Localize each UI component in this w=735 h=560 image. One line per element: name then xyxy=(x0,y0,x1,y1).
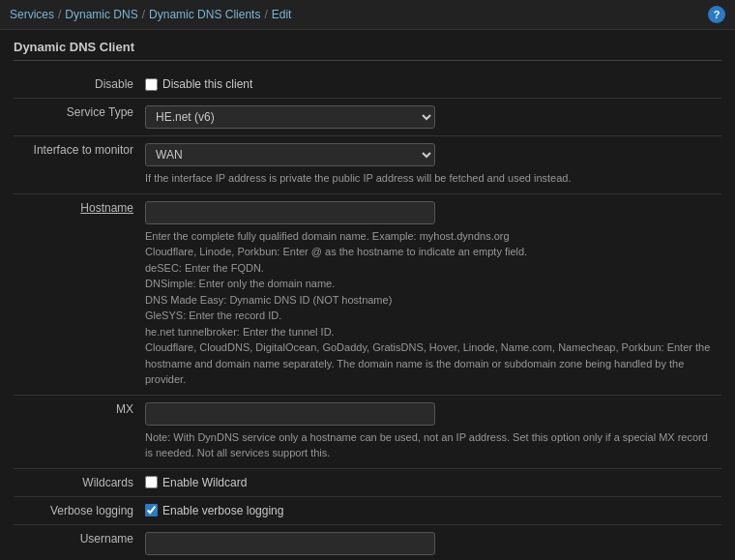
interface-label: Interface to monitor xyxy=(14,136,139,194)
wildcards-label: Wildcards xyxy=(14,468,139,496)
hostname-label: Hostname xyxy=(14,193,139,395)
help-icon[interactable]: ? xyxy=(708,6,725,23)
mx-row: MX Note: With DynDNS service only a host… xyxy=(14,395,721,468)
interface-row: Interface to monitor WAN If the interfac… xyxy=(14,136,721,194)
verbose-logging-checkbox-label[interactable]: Enable verbose logging xyxy=(145,504,716,517)
interface-value-cell: WAN If the interface IP address is priva… xyxy=(139,136,721,194)
verbose-logging-value-cell: Enable verbose logging xyxy=(139,496,721,524)
username-value-cell: Username is required for all providers e… xyxy=(139,524,721,560)
hostname-value-cell: Enter the complete fully qualified domai… xyxy=(139,193,721,395)
hostname-description: Enter the complete fully qualified domai… xyxy=(145,228,716,388)
interface-note: If the interface IP address is private t… xyxy=(145,170,716,187)
sep1: / xyxy=(58,8,61,21)
service-type-row: Service Type HE.net (v6) xyxy=(14,99,721,136)
sep3: / xyxy=(264,8,267,21)
form-table: Disable Disable this client Service Type… xyxy=(14,71,721,560)
verbose-logging-checkbox-text: Enable verbose logging xyxy=(162,504,283,517)
panel-title: Dynamic DNS Client xyxy=(14,40,721,61)
disable-value-cell: Disable this client xyxy=(139,71,721,99)
breadcrumb-dynamic-dns-clients[interactable]: Dynamic DNS Clients xyxy=(149,8,260,21)
interface-select[interactable]: WAN xyxy=(145,143,435,166)
verbose-logging-checkbox[interactable] xyxy=(145,504,158,516)
username-label: Username xyxy=(14,524,139,560)
wildcards-checkbox[interactable] xyxy=(145,476,158,488)
wildcards-value-cell: Enable Wildcard xyxy=(139,468,721,496)
disable-checkbox[interactable] xyxy=(145,78,158,91)
mx-label: MX xyxy=(14,395,139,468)
mx-input[interactable] xyxy=(145,402,435,426)
disable-label: Disable xyxy=(14,71,139,99)
page-content: Dynamic DNS Client Disable Disable this … xyxy=(0,30,735,560)
username-row: Username Username is required for all pr… xyxy=(14,524,721,560)
breadcrumb: Services / Dynamic DNS / Dynamic DNS Cli… xyxy=(10,8,291,21)
sep2: / xyxy=(142,8,145,21)
topbar: Services / Dynamic DNS / Dynamic DNS Cli… xyxy=(0,0,735,30)
verbose-logging-label: Verbose logging xyxy=(14,496,139,524)
mx-note: Note: With DynDNS service only a hostnam… xyxy=(145,429,716,461)
verbose-logging-row: Verbose logging Enable verbose logging xyxy=(14,496,721,524)
hostname-input[interactable] xyxy=(145,201,435,224)
hostname-row: Hostname Enter the complete fully qualif… xyxy=(14,193,721,395)
disable-checkbox-text: Disable this client xyxy=(162,77,252,91)
breadcrumb-edit: Edit xyxy=(272,8,292,21)
disable-row: Disable Disable this client xyxy=(14,71,721,99)
wildcards-row: Wildcards Enable Wildcard xyxy=(14,468,721,496)
disable-checkbox-label[interactable]: Disable this client xyxy=(145,77,716,91)
service-type-value-cell: HE.net (v6) xyxy=(139,99,721,136)
username-input[interactable] xyxy=(145,532,435,555)
wildcards-checkbox-label[interactable]: Enable Wildcard xyxy=(145,476,716,489)
service-type-label: Service Type xyxy=(14,99,139,136)
service-type-select[interactable]: HE.net (v6) xyxy=(145,105,435,129)
breadcrumb-dynamic-dns[interactable]: Dynamic DNS xyxy=(65,8,137,21)
breadcrumb-services[interactable]: Services xyxy=(10,8,54,21)
wildcards-checkbox-text: Enable Wildcard xyxy=(162,476,247,489)
hostname-label-text[interactable]: Hostname xyxy=(80,201,133,215)
mx-value-cell: Note: With DynDNS service only a hostnam… xyxy=(139,395,721,468)
